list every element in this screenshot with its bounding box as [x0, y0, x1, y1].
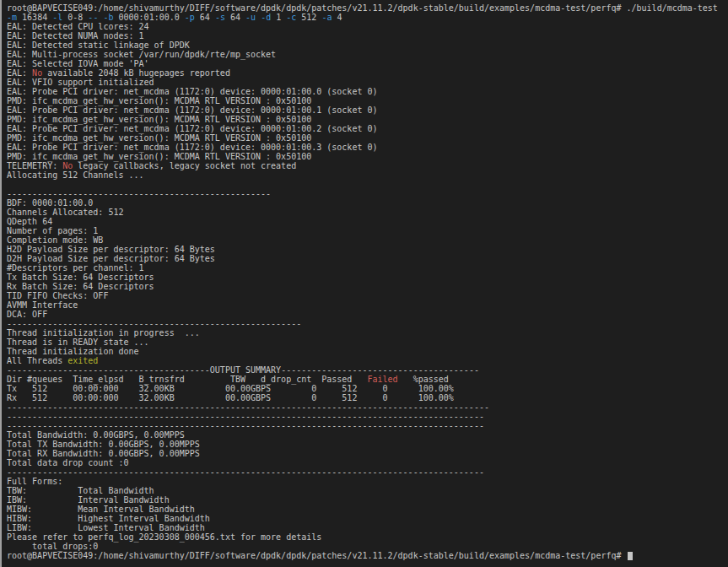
terminal-line: EAL: Probe PCI driver: net_mcdma (1172:0… [7, 87, 728, 96]
terminal-line: EAL: Selected IOVA mode 'PA' [7, 59, 728, 68]
terminal-text: #Descriptors per channel: 1 [7, 263, 144, 273]
terminal-text: TID FIFO Checks: OFF [7, 291, 108, 300]
terminal-text: Total RX Bandwidth: 0.00GBPS, 0.00MPPS [7, 449, 200, 458]
terminal-text-red: No [32, 68, 42, 78]
terminal-line: MIBW: Mean Interval Bandwidth [7, 505, 728, 514]
terminal-line: ----------------------------------------… [7, 319, 728, 328]
terminal-text: ---------------------------------------- [7, 365, 210, 375]
terminal-line: EAL: Detected static linkage of DPDK [7, 40, 728, 50]
terminal-cursor[interactable] [628, 552, 633, 560]
terminal-line: total_drops:0 [7, 542, 728, 551]
terminal-text: 4 [332, 13, 342, 22]
terminal-line: HIBW: Highest Interval Bandwidth [7, 514, 728, 523]
terminal-line: EAL: Probe PCI driver: net_mcdma (1172:0… [7, 105, 728, 115]
terminal-text: All Threads [7, 356, 67, 365]
terminal-text-blue: -p [185, 13, 195, 22]
terminal-line: Thread initialization done [7, 347, 728, 356]
terminal-text: total_drops:0 [7, 542, 98, 551]
terminal-text: QDepth 64 [7, 217, 52, 226]
terminal-text: Number of pages: 1 [7, 226, 98, 235]
terminal-line: Full Forms: [7, 477, 728, 486]
terminal-text: EAL: Detected NUMA nodes: 1 [7, 31, 144, 40]
terminal-text-blue: -- [88, 13, 98, 22]
terminal-text-blue: -b [103, 13, 113, 22]
terminal-text: PMD: ifc_mcdma_get_hw_version(): MCDMA R… [7, 133, 311, 143]
terminal-line: Please refer to perfq_log_20230308_00045… [7, 532, 728, 542]
terminal-text: Tx Batch Size: 64 Descriptors [7, 273, 154, 282]
terminal-text: Thread initialization in progress ... [7, 328, 200, 338]
terminal-text: IBW: Interval Bandwidth [7, 495, 170, 505]
terminal-line: D2H Payload Size per descriptor: 64 Byte… [7, 254, 728, 263]
terminal-text: EAL: Detected CPU lcores: 24 [7, 22, 149, 31]
terminal-line: DCA: OFF [7, 310, 728, 319]
terminal-line: Rx Batch Size: 64 Descriptors [7, 282, 728, 291]
terminal-line: Total TX Bandwidth: 0.00GBPS, 0.00MPPS [7, 440, 728, 449]
terminal-line: #Descriptors per channel: 1 [7, 263, 728, 273]
terminal-line: LIBW: Lowest Interval Bandwidth [7, 523, 728, 532]
terminal-text: Rx 512 00:00:000 32.00KB 00.00GBPS 0 512… [7, 393, 454, 402]
terminal-text: 0000:01:00.0 [113, 13, 184, 22]
terminal-text: Total Bandwidth: 0.00GBPS, 0.00MPPS [7, 430, 185, 440]
terminal-text: Please refer to perfq_log_20230308_00045… [7, 532, 321, 542]
terminal-text-blue: -a [321, 13, 332, 22]
terminal-text: Dir #queues Time_elpsd B_trnsfrd TBW d_d… [7, 375, 367, 384]
terminal-text: Thread initialization done [7, 347, 139, 356]
terminal-line: AVMM Interface [7, 300, 728, 310]
terminal-text: 64 [195, 13, 215, 22]
terminal-line: Allocating 512 Channels ... [7, 170, 728, 180]
terminal-line: PMD: ifc_mcdma_get_hw_version(): MCDMA R… [7, 115, 728, 124]
terminal-line: -m 16384 -l 0-8 -- -b 0000:01:00.0 -p 64… [7, 13, 728, 22]
terminal-text: --------------------------------------- [281, 365, 479, 375]
terminal-line: PMD: ifc_mcdma_get_hw_version(): MCDMA R… [7, 133, 728, 143]
terminal-line: root@BAPVECISE049:/home/shivamurthy/DIFF… [7, 551, 728, 560]
terminal-text: ----------------------------------------… [7, 467, 484, 477]
terminal-line: QDepth 64 [7, 217, 728, 226]
terminal-text-blue: -s [215, 13, 225, 22]
terminal-text: available 2048 kB hugepages reported [42, 68, 230, 78]
terminal-text: root@BAPVECISE049:/home/shivamurthy/DIFF… [7, 3, 718, 13]
terminal-text: EAL: VFIO support initialized [7, 78, 154, 87]
terminal-text: 512 [296, 13, 321, 22]
terminal-text: DCA: OFF [7, 310, 47, 319]
terminal-text: ----------------------------------------… [7, 319, 301, 328]
terminal-text-blue: -l [52, 13, 62, 22]
terminal-text: Channels Allocated: 512 [7, 208, 123, 217]
terminal-text: Allocating 512 Channels ... [7, 170, 144, 180]
terminal-text-blue: -c [286, 13, 296, 22]
terminal-line: EAL: Multi-process socket /var/run/dpdk/… [7, 50, 728, 59]
terminal-text: root@BAPVECISE049:/home/shivamurthy/DIFF… [7, 551, 627, 560]
terminal-line: Rx 512 00:00:000 32.00KB 00.00GBPS 0 512… [7, 393, 728, 402]
terminal-text: EAL: Probe PCI driver: net_mcdma (1172:0… [7, 87, 378, 96]
terminal-text-yellow: exited [67, 356, 98, 365]
terminal-line: ----------------------------------------… [7, 189, 728, 198]
terminal-text: D2H Payload Size per descriptor: 64 Byte… [7, 254, 215, 263]
terminal-line: EAL: No available 2048 kB hugepages repo… [7, 68, 728, 78]
terminal-text: 64 [225, 13, 245, 22]
terminal-text: 0-8 [62, 13, 88, 22]
terminal-line: TBW: Total Bandwidth [7, 486, 728, 495]
terminal-line: Tx Batch Size: 64 Descriptors [7, 273, 728, 282]
terminal-line: Total Bandwidth: 0.00GBPS, 0.00MPPS [7, 430, 728, 440]
terminal-line: PMD: ifc_mcdma_get_hw_version(): MCDMA R… [7, 152, 728, 161]
terminal-text: ----------------------------------------… [7, 189, 271, 198]
terminal-output: root@BAPVECISE049:/home/shivamurthy/DIFF… [7, 3, 728, 560]
terminal-text: legacy callbacks, legacy socket not crea… [73, 161, 296, 170]
terminal-text: MIBW: Mean Interval Bandwidth [7, 505, 195, 514]
terminal-line: Channels Allocated: 512 [7, 208, 728, 217]
terminal-text: Rx Batch Size: 64 Descriptors [7, 282, 154, 291]
terminal-text-blue: -d [261, 13, 271, 22]
terminal-text: LIBW: Lowest Interval Bandwidth [7, 523, 205, 532]
terminal-text-blue: -m [7, 13, 17, 22]
terminal-window[interactable]: root@BAPVECISE049:/home/shivamurthy/DIFF… [0, 0, 728, 567]
terminal-text: EAL: Probe PCI driver: net_mcdma (1172:0… [7, 143, 378, 152]
terminal-text: Total data drop count :0 [7, 458, 129, 467]
terminal-text: Completion mode: WB [7, 235, 103, 245]
terminal-line: Tx 512 00:00:000 32.00KB 00.00GBPS 0 512… [7, 384, 728, 393]
terminal-line: EAL: Detected NUMA nodes: 1 [7, 31, 728, 40]
terminal-line: Dir #queues Time_elpsd B_trnsfrd TBW d_d… [7, 375, 728, 384]
terminal-text: Tx 512 00:00:000 32.00KB 00.00GBPS 0 512… [7, 384, 454, 393]
terminal-text: 1 [271, 13, 286, 22]
terminal-text: EAL: Selected IOVA mode 'PA' [7, 59, 149, 68]
terminal-line: ----------------------------------------… [7, 467, 728, 477]
terminal-line [7, 180, 728, 189]
